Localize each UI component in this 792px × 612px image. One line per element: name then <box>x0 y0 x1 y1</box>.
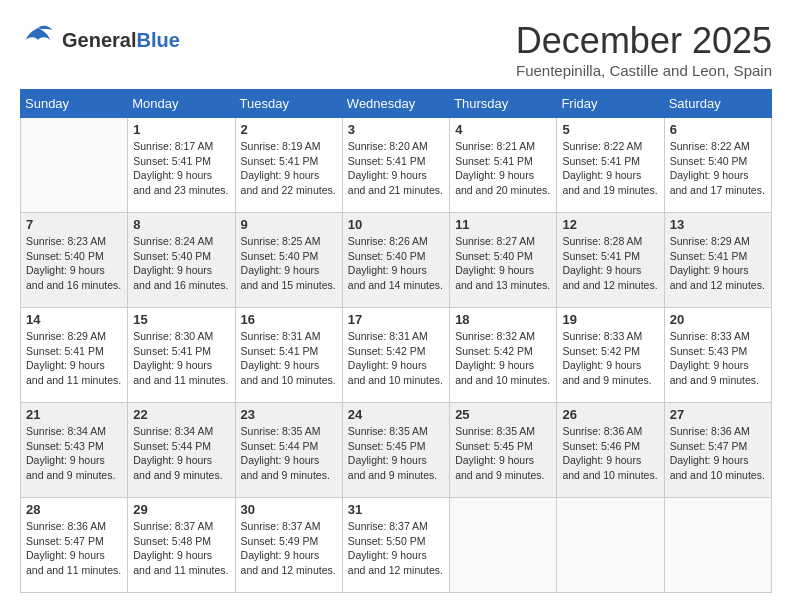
day-number: 30 <box>241 502 337 517</box>
day-number: 11 <box>455 217 551 232</box>
day-info: Sunrise: 8:31 AMSunset: 5:41 PMDaylight:… <box>241 329 337 388</box>
calendar-day-cell: 30Sunrise: 8:37 AMSunset: 5:49 PMDayligh… <box>235 498 342 593</box>
daylight-text: Daylight: 9 hours <box>241 263 337 278</box>
daylight-text-2: and and 9 minutes. <box>348 468 444 483</box>
daylight-text: Daylight: 9 hours <box>670 358 766 373</box>
daylight-text: Daylight: 9 hours <box>133 168 229 183</box>
day-info: Sunrise: 8:28 AMSunset: 5:41 PMDaylight:… <box>562 234 658 293</box>
daylight-text-2: and and 16 minutes. <box>26 278 122 293</box>
sunset-text: Sunset: 5:41 PM <box>562 249 658 264</box>
sunrise-text: Sunrise: 8:31 AM <box>348 329 444 344</box>
sunrise-text: Sunrise: 8:33 AM <box>670 329 766 344</box>
day-number: 14 <box>26 312 122 327</box>
sunset-text: Sunset: 5:41 PM <box>670 249 766 264</box>
day-info: Sunrise: 8:36 AMSunset: 5:47 PMDaylight:… <box>670 424 766 483</box>
location-title: Fuentepinilla, Castille and Leon, Spain <box>516 62 772 79</box>
sunset-text: Sunset: 5:42 PM <box>455 344 551 359</box>
daylight-text-2: and and 10 minutes. <box>562 468 658 483</box>
sunrise-text: Sunrise: 8:36 AM <box>26 519 122 534</box>
daylight-text: Daylight: 9 hours <box>133 358 229 373</box>
sunrise-text: Sunrise: 8:37 AM <box>133 519 229 534</box>
day-number: 15 <box>133 312 229 327</box>
calendar-day-cell: 15Sunrise: 8:30 AMSunset: 5:41 PMDayligh… <box>128 308 235 403</box>
day-number: 26 <box>562 407 658 422</box>
sunrise-text: Sunrise: 8:26 AM <box>348 234 444 249</box>
calendar-day-cell <box>557 498 664 593</box>
sunset-text: Sunset: 5:43 PM <box>670 344 766 359</box>
sunrise-text: Sunrise: 8:34 AM <box>26 424 122 439</box>
calendar-day-cell: 29Sunrise: 8:37 AMSunset: 5:48 PMDayligh… <box>128 498 235 593</box>
calendar-day-cell: 16Sunrise: 8:31 AMSunset: 5:41 PMDayligh… <box>235 308 342 403</box>
sunset-text: Sunset: 5:44 PM <box>133 439 229 454</box>
daylight-text: Daylight: 9 hours <box>348 358 444 373</box>
daylight-text-2: and and 10 minutes. <box>241 373 337 388</box>
daylight-text: Daylight: 9 hours <box>241 168 337 183</box>
calendar-day-cell: 25Sunrise: 8:35 AMSunset: 5:45 PMDayligh… <box>450 403 557 498</box>
day-number: 27 <box>670 407 766 422</box>
sunset-text: Sunset: 5:41 PM <box>348 154 444 169</box>
day-info: Sunrise: 8:34 AMSunset: 5:44 PMDaylight:… <box>133 424 229 483</box>
sunrise-text: Sunrise: 8:35 AM <box>241 424 337 439</box>
daylight-text: Daylight: 9 hours <box>562 358 658 373</box>
daylight-text-2: and and 10 minutes. <box>670 468 766 483</box>
daylight-text-2: and and 11 minutes. <box>26 563 122 578</box>
daylight-text-2: and and 11 minutes. <box>26 373 122 388</box>
calendar-day-cell: 2Sunrise: 8:19 AMSunset: 5:41 PMDaylight… <box>235 118 342 213</box>
day-info: Sunrise: 8:31 AMSunset: 5:42 PMDaylight:… <box>348 329 444 388</box>
day-info: Sunrise: 8:37 AMSunset: 5:50 PMDaylight:… <box>348 519 444 578</box>
day-info: Sunrise: 8:29 AMSunset: 5:41 PMDaylight:… <box>26 329 122 388</box>
day-info: Sunrise: 8:35 AMSunset: 5:45 PMDaylight:… <box>348 424 444 483</box>
day-info: Sunrise: 8:33 AMSunset: 5:42 PMDaylight:… <box>562 329 658 388</box>
calendar-week-row: 21Sunrise: 8:34 AMSunset: 5:43 PMDayligh… <box>21 403 772 498</box>
daylight-text-2: and and 12 minutes. <box>348 563 444 578</box>
sunset-text: Sunset: 5:40 PM <box>26 249 122 264</box>
daylight-text-2: and and 16 minutes. <box>133 278 229 293</box>
day-info: Sunrise: 8:22 AMSunset: 5:40 PMDaylight:… <box>670 139 766 198</box>
day-info: Sunrise: 8:36 AMSunset: 5:46 PMDaylight:… <box>562 424 658 483</box>
daylight-text: Daylight: 9 hours <box>241 358 337 373</box>
day-info: Sunrise: 8:25 AMSunset: 5:40 PMDaylight:… <box>241 234 337 293</box>
calendar-day-cell: 10Sunrise: 8:26 AMSunset: 5:40 PMDayligh… <box>342 213 449 308</box>
sunrise-text: Sunrise: 8:28 AM <box>562 234 658 249</box>
daylight-text: Daylight: 9 hours <box>26 358 122 373</box>
day-number: 12 <box>562 217 658 232</box>
day-info: Sunrise: 8:37 AMSunset: 5:48 PMDaylight:… <box>133 519 229 578</box>
weekday-header-tuesday: Tuesday <box>235 90 342 118</box>
day-info: Sunrise: 8:32 AMSunset: 5:42 PMDaylight:… <box>455 329 551 388</box>
day-number: 19 <box>562 312 658 327</box>
day-info: Sunrise: 8:35 AMSunset: 5:44 PMDaylight:… <box>241 424 337 483</box>
day-number: 25 <box>455 407 551 422</box>
calendar-day-cell: 19Sunrise: 8:33 AMSunset: 5:42 PMDayligh… <box>557 308 664 403</box>
daylight-text: Daylight: 9 hours <box>133 548 229 563</box>
sunset-text: Sunset: 5:47 PM <box>670 439 766 454</box>
daylight-text-2: and and 14 minutes. <box>348 278 444 293</box>
sunset-text: Sunset: 5:40 PM <box>133 249 229 264</box>
daylight-text: Daylight: 9 hours <box>670 453 766 468</box>
sunrise-text: Sunrise: 8:25 AM <box>241 234 337 249</box>
day-info: Sunrise: 8:20 AMSunset: 5:41 PMDaylight:… <box>348 139 444 198</box>
daylight-text-2: and and 12 minutes. <box>670 278 766 293</box>
calendar-day-cell: 11Sunrise: 8:27 AMSunset: 5:40 PMDayligh… <box>450 213 557 308</box>
daylight-text: Daylight: 9 hours <box>348 263 444 278</box>
daylight-text-2: and and 11 minutes. <box>133 373 229 388</box>
sunset-text: Sunset: 5:42 PM <box>562 344 658 359</box>
day-number: 31 <box>348 502 444 517</box>
sunset-text: Sunset: 5:41 PM <box>455 154 551 169</box>
daylight-text: Daylight: 9 hours <box>241 453 337 468</box>
daylight-text: Daylight: 9 hours <box>562 168 658 183</box>
calendar-day-cell: 27Sunrise: 8:36 AMSunset: 5:47 PMDayligh… <box>664 403 771 498</box>
calendar-day-cell: 7Sunrise: 8:23 AMSunset: 5:40 PMDaylight… <box>21 213 128 308</box>
sunrise-text: Sunrise: 8:27 AM <box>455 234 551 249</box>
calendar-day-cell: 13Sunrise: 8:29 AMSunset: 5:41 PMDayligh… <box>664 213 771 308</box>
day-number: 6 <box>670 122 766 137</box>
daylight-text-2: and and 13 minutes. <box>455 278 551 293</box>
daylight-text-2: and and 20 minutes. <box>455 183 551 198</box>
sunrise-text: Sunrise: 8:32 AM <box>455 329 551 344</box>
logo-text: General Blue <box>62 29 180 52</box>
sunrise-text: Sunrise: 8:35 AM <box>455 424 551 439</box>
day-info: Sunrise: 8:21 AMSunset: 5:41 PMDaylight:… <box>455 139 551 198</box>
day-number: 29 <box>133 502 229 517</box>
daylight-text: Daylight: 9 hours <box>455 263 551 278</box>
day-info: Sunrise: 8:34 AMSunset: 5:43 PMDaylight:… <box>26 424 122 483</box>
day-number: 18 <box>455 312 551 327</box>
